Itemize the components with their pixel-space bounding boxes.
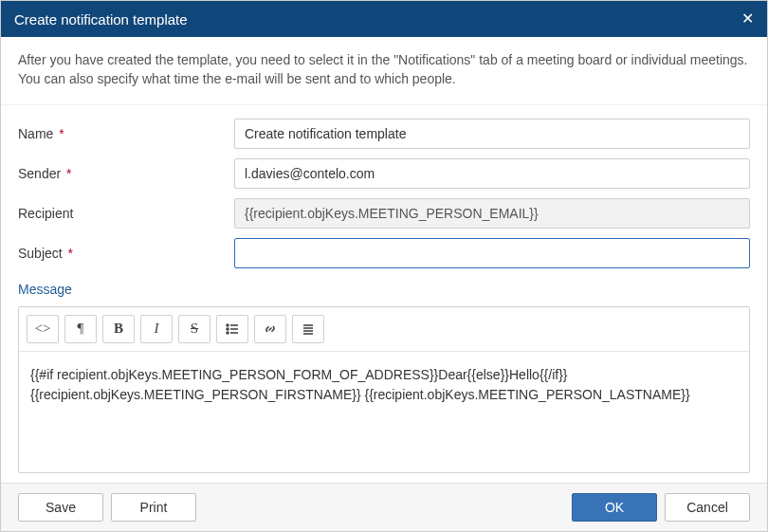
link-icon bbox=[263, 321, 278, 337]
required-marker: * bbox=[55, 126, 64, 141]
link-button[interactable] bbox=[254, 315, 286, 343]
editor-toolbar: <> ¶ B I S bbox=[19, 307, 749, 352]
required-marker: * bbox=[63, 166, 71, 181]
recipient-label: Recipient bbox=[18, 206, 234, 221]
message-section-title: Message bbox=[18, 282, 750, 297]
svg-point-4 bbox=[227, 332, 229, 334]
bullet-list-button[interactable] bbox=[216, 315, 248, 343]
message-editor: <> ¶ B I S {{#if recipient.objKeys.MEETI… bbox=[18, 306, 750, 473]
name-label: Name * bbox=[18, 126, 234, 141]
name-input[interactable] bbox=[234, 119, 750, 149]
align-icon bbox=[301, 321, 316, 337]
italic-button[interactable]: I bbox=[140, 315, 173, 343]
source-code-button[interactable]: <> bbox=[27, 315, 59, 343]
message-body[interactable]: {{#if recipient.objKeys.MEETING_PERSON_F… bbox=[19, 352, 749, 472]
sender-input[interactable] bbox=[234, 158, 750, 189]
close-icon[interactable]: ✕ bbox=[741, 11, 754, 27]
required-marker: * bbox=[64, 246, 73, 261]
cancel-button[interactable]: Cancel bbox=[665, 493, 750, 522]
form-area: Name * Sender * Recipient Subjec bbox=[1, 105, 767, 306]
save-button[interactable]: Save bbox=[18, 493, 103, 522]
dialog-footer: Save Print OK Cancel bbox=[1, 483, 767, 531]
subject-label: Subject * bbox=[18, 246, 234, 261]
print-button[interactable]: Print bbox=[111, 493, 196, 522]
create-notification-dialog: Create notification template ✕ After you… bbox=[0, 0, 768, 532]
list-icon bbox=[225, 321, 240, 337]
dialog-title: Create notification template bbox=[14, 11, 188, 28]
subject-input[interactable] bbox=[234, 238, 750, 268]
svg-point-0 bbox=[227, 324, 229, 326]
titlebar: Create notification template ✕ bbox=[1, 1, 767, 37]
paragraph-button[interactable]: ¶ bbox=[64, 315, 97, 343]
justify-button[interactable] bbox=[292, 315, 324, 343]
strikethrough-button[interactable]: S bbox=[178, 315, 210, 343]
intro-text: After you have created the template, you… bbox=[1, 37, 767, 105]
bold-button[interactable]: B bbox=[102, 315, 135, 343]
svg-point-2 bbox=[227, 328, 229, 330]
ok-button[interactable]: OK bbox=[572, 493, 657, 522]
sender-label: Sender * bbox=[18, 166, 234, 181]
recipient-input bbox=[234, 198, 750, 229]
